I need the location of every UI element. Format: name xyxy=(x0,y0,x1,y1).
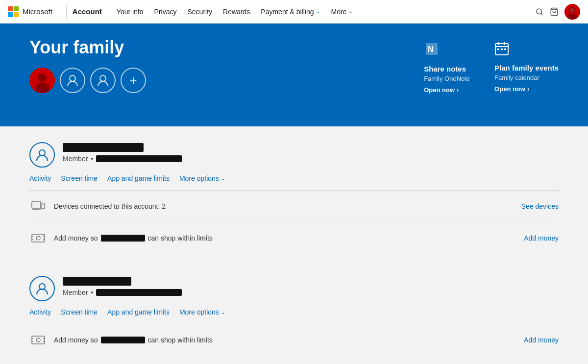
family-avatar-member2[interactable] xyxy=(90,68,116,93)
member-2-screen-time-link[interactable]: Screen time xyxy=(61,308,98,316)
family-avatar-member1[interactable] xyxy=(60,68,85,93)
user-avatar[interactable] xyxy=(564,4,580,20)
member-1-avatar-icon xyxy=(36,148,49,161)
member-2-avatar xyxy=(29,276,55,301)
member-card-1: Member • Activity Screen time App and ga… xyxy=(29,142,559,254)
member-1-details: Devices connected to this account: 2 See… xyxy=(29,190,559,254)
plan-events-subtitle: Family calendar xyxy=(494,74,559,81)
share-notes-link[interactable]: Open now › xyxy=(424,86,470,94)
member-1-header: Member • xyxy=(29,142,559,168)
member-1-devices-row: Devices connected to this account: 2 See… xyxy=(29,191,559,222)
owner-avatar-image xyxy=(29,68,55,93)
share-notes-subtitle: Family OneNote xyxy=(424,75,470,82)
add-member-button[interactable]: + xyxy=(121,68,146,93)
member-1-role-row: Member • xyxy=(63,155,182,163)
member-2-avatar-icon xyxy=(36,282,49,295)
member-2-add-money-text: Add money so can shop within limits xyxy=(54,336,517,344)
payment-dropdown-icon: ⌄ xyxy=(316,8,320,15)
member-2-more-options-chevron: ⌄ xyxy=(221,309,225,315)
plan-events-title: Plan family events xyxy=(494,63,559,73)
member-2-email-redacted xyxy=(96,289,182,296)
nav-divider xyxy=(66,5,67,18)
onenote-icon: N xyxy=(424,41,470,60)
search-button[interactable] xyxy=(535,7,544,16)
arrow-right-icon: › xyxy=(457,86,459,94)
member-1-devices-text: Devices connected to this account: 2 xyxy=(54,202,514,210)
svg-rect-26 xyxy=(32,234,45,242)
nav-link-your-info[interactable]: Your info xyxy=(112,6,148,18)
member-1-role-label: Member xyxy=(63,155,88,163)
member-2-info: Member • xyxy=(63,276,182,296)
svg-rect-18 xyxy=(497,49,499,50)
member-2-add-money-row: Add money so can shop within limits Add … xyxy=(29,324,559,356)
svg-rect-24 xyxy=(41,204,45,209)
member-2-role-separator: • xyxy=(91,289,93,296)
member-1-more-options-chevron: ⌄ xyxy=(221,175,225,182)
share-notes-title: Share notes xyxy=(424,64,470,74)
more-dropdown-icon: ⌄ xyxy=(348,8,353,15)
svg-point-6 xyxy=(570,8,575,13)
hero-right: N Share notes Family OneNote Open now › xyxy=(424,37,559,94)
nav-link-security[interactable]: Security xyxy=(183,6,218,18)
svg-point-10 xyxy=(70,75,75,81)
svg-point-27 xyxy=(36,236,40,240)
member-1-activity-link[interactable]: Activity xyxy=(29,174,51,182)
avatar-image xyxy=(564,4,580,20)
cart-icon xyxy=(550,7,559,16)
svg-point-11 xyxy=(100,75,106,81)
nav-link-payment[interactable]: Payment & billing ⌄ xyxy=(256,6,325,18)
hero-feature-share-notes: N Share notes Family OneNote Open now › xyxy=(424,41,470,94)
money-icon-2 xyxy=(29,331,47,349)
member-1-name-inline-redacted xyxy=(101,235,145,242)
hero-feature-plan-events: Plan family events Family calendar Open … xyxy=(494,41,559,94)
member-2-actions: Activity Screen time App and game limits… xyxy=(29,308,559,316)
cart-button[interactable] xyxy=(550,7,559,16)
member-2-app-game-limits-link[interactable]: App and game limits xyxy=(107,308,170,316)
nav-link-privacy[interactable]: Privacy xyxy=(149,6,182,18)
nav-link-more[interactable]: More ⌄ xyxy=(326,6,358,18)
member-2-name-redacted xyxy=(63,277,131,286)
nav-actions xyxy=(535,4,580,20)
member-1-app-game-limits-link[interactable]: App and game limits xyxy=(107,174,170,182)
microsoft-brand-label: Microsoft xyxy=(23,7,52,16)
member1-avatar-icon xyxy=(66,73,79,87)
member-1-see-devices-link[interactable]: See devices xyxy=(521,202,559,210)
microsoft-logo-icon xyxy=(8,6,19,17)
svg-line-1 xyxy=(541,13,542,15)
family-avatar-owner[interactable] xyxy=(29,68,55,93)
member-2-activity-link[interactable]: Activity xyxy=(29,308,51,316)
member-card-2: Member • Activity Screen time App and ga… xyxy=(29,276,559,356)
page-title: Your family xyxy=(29,37,424,58)
member-2-role-label: Member xyxy=(63,289,88,296)
svg-point-0 xyxy=(537,9,542,14)
nav-section-label: Account xyxy=(73,7,102,16)
member-1-add-money-text: Add money so can shop within limits xyxy=(54,234,517,242)
member-2-more-options-link[interactable]: More options ⌄ xyxy=(179,308,225,316)
member-1-more-options-link[interactable]: More options ⌄ xyxy=(179,174,225,182)
spacer-1 xyxy=(29,264,559,276)
nav-logo: Microsoft xyxy=(8,6,52,17)
member2-avatar-icon xyxy=(96,73,110,87)
member-2-add-money-link[interactable]: Add money xyxy=(524,336,559,344)
nav-link-rewards[interactable]: Rewards xyxy=(218,6,255,18)
hero-left: Your family xyxy=(29,37,424,93)
calendar-icon xyxy=(494,41,559,59)
member-1-screen-time-link[interactable]: Screen time xyxy=(61,174,98,182)
member-1-avatar xyxy=(29,142,55,168)
member-1-role-separator: • xyxy=(91,155,93,163)
member-2-details: Add money so can shop within limits Add … xyxy=(29,324,559,356)
member-2-role-row: Member • xyxy=(63,289,182,296)
svg-rect-20 xyxy=(504,49,506,50)
plan-events-link[interactable]: Open now › xyxy=(494,85,559,93)
member-1-add-money-row: Add money so can shop within limits Add … xyxy=(29,222,559,254)
money-icon xyxy=(29,229,47,247)
member-1-name-redacted xyxy=(63,143,144,152)
svg-point-9 xyxy=(35,83,49,93)
family-avatars: + xyxy=(29,68,424,93)
search-icon xyxy=(535,7,544,16)
svg-rect-33 xyxy=(32,336,45,344)
member-1-actions: Activity Screen time App and game limits… xyxy=(29,174,559,182)
member-1-add-money-link[interactable]: Add money xyxy=(524,234,559,242)
member-2-name-inline-redacted xyxy=(101,337,145,343)
hero-banner: Your family xyxy=(0,24,588,126)
